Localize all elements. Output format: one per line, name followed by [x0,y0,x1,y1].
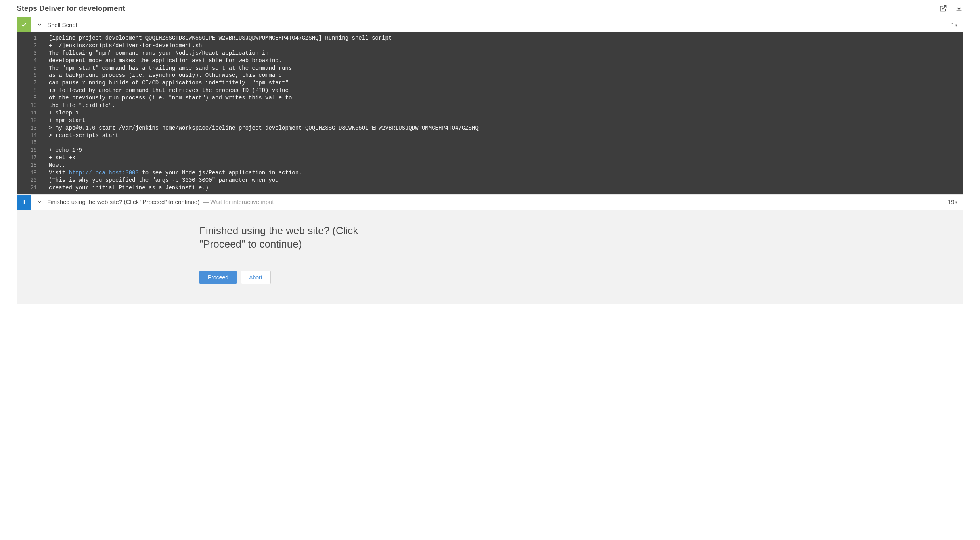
console-line: 12+ npm start [17,117,963,124]
proceed-button[interactable]: Proceed [199,271,237,284]
console-line: 21created your initial Pipeline as a Jen… [17,184,963,192]
prompt-actions: Proceed Abort [199,271,374,284]
svg-rect-2 [24,200,25,204]
console-line: 16+ echo 179 [17,147,963,154]
line-text: created your initial Pipeline as a Jenki… [49,184,209,192]
console-line: 13> my-app@0.1.0 start /var/jenkins_home… [17,124,963,132]
line-number: 7 [17,79,49,87]
console-line: 14> react-scripts start [17,132,963,139]
line-number: 1 [17,34,49,42]
step-subtitle: — Wait for interactive input [203,198,274,205]
console-line: 7can pause running builds of CI/CD appli… [17,79,963,87]
line-text: > react-scripts start [49,132,119,139]
console-line: 5The "npm start" command has a trailing … [17,65,963,72]
line-text: Visit http://localhost:3000 to see your … [49,169,302,177]
line-text: The following "npm" command runs your No… [49,50,269,57]
console-line: 10the file ".pidfile". [17,102,963,109]
line-text: + npm start [49,117,85,124]
console-line: 11+ sleep 1 [17,109,963,117]
status-success-icon [17,17,31,32]
open-external-icon[interactable] [939,4,947,13]
svg-rect-0 [957,11,962,11]
chevron-down-icon [36,22,43,27]
line-number: 10 [17,102,49,109]
line-text: + echo 179 [49,147,82,154]
step-wait-input: Finished using the web site? (Click "Pro… [17,195,963,210]
line-number: 2 [17,42,49,50]
line-number: 18 [17,162,49,169]
console-line: 4development mode and makes the applicat… [17,57,963,65]
line-number: 21 [17,184,49,192]
step-duration: 1s [951,21,963,28]
console-line: 6as a background process (i.e. asynchron… [17,72,963,79]
download-icon[interactable] [955,4,963,13]
chevron-down-icon [36,199,43,205]
line-number: 20 [17,177,49,184]
line-text: of the previously run process (i.e. "npm… [49,94,292,102]
abort-button[interactable]: Abort [241,271,270,284]
line-text: + sleep 1 [49,109,79,117]
svg-rect-1 [23,200,23,204]
status-running-icon [17,195,31,210]
step-duration: 19s [948,198,963,205]
line-text: + set +x [49,154,75,162]
console-line: 17+ set +x [17,154,963,162]
step-title: Shell Script [47,21,77,28]
prompt-message: Finished using the web site? (Click "Pro… [199,224,374,251]
line-text: The "npm start" command has a trailing a… [49,65,292,72]
console-line: 19Visit http://localhost:3000 to see you… [17,169,963,177]
page-header: Steps Deliver for development [0,0,980,17]
console-line: 20(This is why you specified the "args -… [17,177,963,184]
console-line: 8is followed by another command that ret… [17,87,963,94]
line-number: 11 [17,109,49,117]
console-line: 15 [17,139,963,147]
line-text: (This is why you specified the "args -p … [49,177,279,184]
line-text: [ipeline-project_development-QOQLHZSSGTD… [49,34,392,42]
line-text: + ./jenkins/scripts/deliver-for-developm… [49,42,202,50]
console-output: 1[ipeline-project_development-QOQLHZSSGT… [17,32,963,194]
console-url-link[interactable]: http://localhost:3000 [69,170,138,176]
line-number: 5 [17,65,49,72]
line-number: 3 [17,50,49,57]
line-text: the file ".pidfile". [49,102,115,109]
line-number: 16 [17,147,49,154]
line-number: 17 [17,154,49,162]
console-line: 9of the previously run process (i.e. "np… [17,94,963,102]
line-number: 12 [17,117,49,124]
line-text: is followed by another command that retr… [49,87,289,94]
line-text: can pause running builds of CI/CD applic… [49,79,289,87]
line-text: development mode and makes the applicati… [49,57,282,65]
console-line: 3The following "npm" command runs your N… [17,50,963,57]
line-text: as a background process (i.e. asynchrono… [49,72,282,79]
step-title: Finished using the web site? (Click "Pro… [47,198,199,205]
line-number: 9 [17,94,49,102]
line-number: 4 [17,57,49,65]
line-number: 14 [17,132,49,139]
line-number: 8 [17,87,49,94]
console-line: 18Now... [17,162,963,169]
line-number: 13 [17,124,49,132]
console-line: 2+ ./jenkins/scripts/deliver-for-develop… [17,42,963,50]
input-prompt-panel: Finished using the web site? (Click "Pro… [17,210,963,305]
line-number: 15 [17,139,49,147]
header-actions [939,4,963,13]
line-number: 19 [17,169,49,177]
line-number: 6 [17,72,49,79]
step-header[interactable]: Shell Script 1s [17,17,963,32]
page-title: Steps Deliver for development [17,4,125,13]
line-text: > my-app@0.1.0 start /var/jenkins_home/w… [49,124,479,132]
console-line: 1[ipeline-project_development-QOQLHZSSGT… [17,34,963,42]
line-text: Now... [49,162,69,169]
step-shell-script: Shell Script 1s 1[ipeline-project_develo… [17,17,963,195]
step-header[interactable]: Finished using the web site? (Click "Pro… [17,195,963,210]
